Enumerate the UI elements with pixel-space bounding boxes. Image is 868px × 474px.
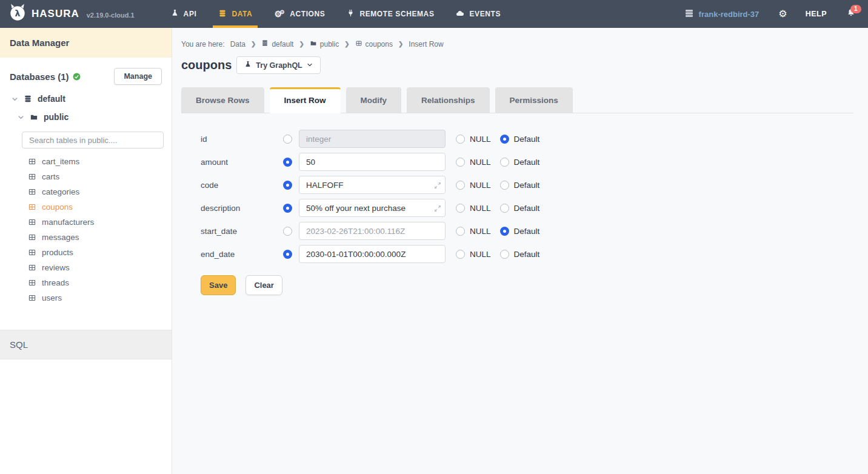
null-radio[interactable] (456, 135, 465, 144)
tab-insert-row[interactable]: Insert Row (270, 87, 341, 113)
nav-item-actions[interactable]: ⚙⚙ ACTIONS (263, 0, 336, 28)
form-row-end-date: end_date NULL Default (201, 245, 853, 263)
breadcrumb-data[interactable]: Data (230, 40, 245, 48)
null-radio[interactable] (456, 204, 465, 213)
null-radio[interactable] (456, 181, 465, 190)
null-radio[interactable] (456, 250, 465, 259)
help-link[interactable]: HELP (806, 10, 827, 18)
default-label: Default (514, 204, 540, 213)
column-name-label: id (201, 135, 283, 144)
null-label: NULL (470, 227, 491, 236)
nav-item-remote-schemas[interactable]: REMOTE SCHEMAS (336, 0, 445, 28)
table-search-input[interactable] (22, 132, 164, 149)
flask-icon (171, 9, 179, 19)
sidebar-table-products[interactable]: products (0, 245, 172, 260)
hasura-brand[interactable]: λ HASURA v2.19.0-cloud.1 (0, 0, 135, 28)
breadcrumb-public[interactable]: public (310, 40, 339, 48)
manage-button[interactable]: Manage (114, 68, 162, 85)
chevron-down-icon[interactable] (12, 96, 18, 102)
default-radio[interactable] (500, 181, 509, 190)
database-icon (24, 95, 32, 103)
settings-gear-icon[interactable]: ⚙ (778, 9, 787, 19)
sidebar-table-users[interactable]: users (0, 290, 172, 305)
try-graphql-button[interactable]: Try GraphQL (236, 56, 320, 74)
sidebar-table-manufacturers[interactable]: manufacturers (0, 215, 172, 230)
default-radio[interactable] (500, 135, 509, 144)
tab-browse-rows[interactable]: Browse Rows (181, 87, 264, 113)
nav-item-events[interactable]: EVENTS (445, 0, 512, 28)
null-radio[interactable] (456, 227, 465, 236)
value-input-description[interactable] (299, 199, 446, 217)
form-actions: Save Clear (201, 275, 853, 295)
check-circle-icon (73, 73, 81, 81)
null-radio[interactable] (456, 158, 465, 167)
sidebar-table-messages[interactable]: messages (0, 230, 172, 245)
tree-node-schema-public[interactable]: public (0, 108, 172, 126)
nav-label: ACTIONS (290, 10, 325, 18)
default-radio[interactable] (500, 250, 509, 259)
expand-icon[interactable] (434, 181, 441, 192)
project-name: frank-redbird-37 (699, 10, 760, 19)
sidebar-table-carts[interactable]: carts (0, 169, 172, 184)
project-name-link[interactable]: frank-redbird-37 (684, 8, 760, 20)
value-input-id[interactable] (299, 130, 446, 148)
value-radio[interactable] (283, 181, 292, 190)
tree-node-database-default[interactable]: default (0, 90, 172, 108)
tab-permissions[interactable]: Permissions (495, 87, 573, 113)
top-navbar: λ HASURA v2.19.0-cloud.1 API DATA ⚙⚙ ACT… (0, 0, 868, 28)
value-input-code[interactable] (299, 176, 446, 194)
value-radio[interactable] (283, 227, 292, 236)
table-icon (28, 203, 36, 211)
folder-icon (30, 113, 38, 121)
breadcrumb-default[interactable]: default (261, 39, 293, 48)
table-name: manufacturers (42, 218, 94, 227)
clear-button[interactable]: Clear (245, 275, 282, 295)
tab-relationships[interactable]: Relationships (407, 87, 490, 113)
chevron-right-icon: ❯ (344, 41, 349, 47)
expand-icon[interactable] (434, 204, 441, 215)
table-name: users (42, 293, 62, 302)
sidebar-table-categories[interactable]: categories (0, 184, 172, 199)
sidebar-table-reviews[interactable]: reviews (0, 260, 172, 275)
value-input-end-date[interactable] (299, 245, 446, 263)
value-radio[interactable] (283, 250, 292, 259)
schema-name: public (44, 112, 68, 122)
column-name-label: amount (201, 158, 283, 167)
notifications-button[interactable]: 1 (846, 8, 856, 21)
nav-label: DATA (232, 10, 252, 18)
chevron-down-icon (307, 61, 313, 70)
database-icon (218, 9, 227, 19)
default-radio[interactable] (500, 204, 509, 213)
sidebar-table-cart-items[interactable]: cart_items (0, 154, 172, 169)
chevron-right-icon: ❯ (251, 41, 256, 47)
nav-item-api[interactable]: API (160, 0, 208, 28)
svg-text:λ: λ (15, 8, 21, 18)
sidebar-table-coupons[interactable]: coupons (0, 199, 172, 215)
table-icon (28, 233, 36, 241)
chevron-down-icon[interactable] (18, 114, 24, 121)
table-icon (28, 249, 36, 256)
table-icon (28, 188, 36, 196)
default-radio[interactable] (500, 158, 509, 167)
folder-icon (310, 40, 317, 48)
sidebar-item-sql[interactable]: SQL (0, 330, 172, 359)
value-input-amount[interactable] (299, 153, 446, 171)
save-button[interactable]: Save (201, 275, 236, 295)
plug-icon (347, 9, 355, 19)
table-icon (355, 40, 362, 48)
tab-modify[interactable]: Modify (346, 87, 402, 113)
value-radio[interactable] (283, 135, 292, 144)
cogs-icon: ⚙⚙ (274, 10, 285, 18)
sidebar-table-threads[interactable]: threads (0, 275, 172, 290)
form-row-code: code NULL Default (201, 176, 853, 194)
null-label: NULL (470, 135, 491, 144)
value-radio[interactable] (283, 158, 292, 167)
value-radio[interactable] (283, 204, 292, 213)
null-label: NULL (470, 181, 491, 190)
default-radio[interactable] (500, 227, 509, 236)
default-label: Default (514, 227, 540, 236)
breadcrumb-coupons[interactable]: coupons (355, 40, 393, 48)
nav-item-data[interactable]: DATA (207, 0, 263, 28)
value-input-start-date[interactable] (299, 222, 446, 240)
form-row-start-date: start_date NULL Default (201, 222, 853, 240)
